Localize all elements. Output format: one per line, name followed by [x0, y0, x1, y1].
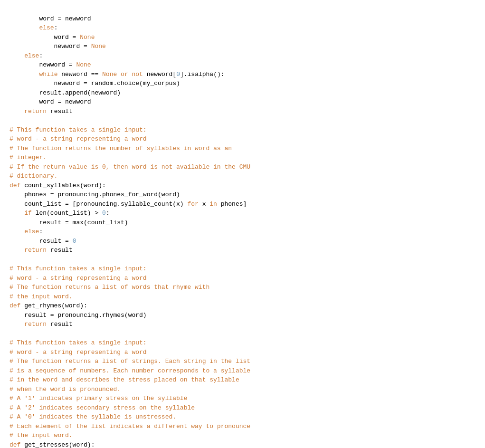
comment-5: # If the return value is 0, then word is… [10, 163, 250, 171]
in-keyword: in [209, 200, 217, 208]
else-keyword: else [39, 24, 54, 31]
comment-13: # The function returns a list of strings… [10, 358, 250, 365]
comment-3: # The function returns the number of syl… [10, 145, 232, 152]
comment-16: # when the word is pronounced. [10, 386, 121, 393]
comment-9: # The function returns a list of words t… [10, 284, 209, 291]
comment-8: # word - a string representing a word [10, 275, 147, 282]
num-0: 0 [176, 71, 180, 78]
while-keyword: while [39, 71, 57, 78]
def-keyword-1: def [10, 182, 20, 189]
comment-7: # This function takes a single input: [10, 265, 147, 272]
else-keyword-3: else [24, 228, 39, 235]
comment-21: # the input word. [10, 432, 73, 439]
def-keyword-3: def [10, 441, 20, 448]
comment-17: # A '1' indicates primary stress on the … [10, 395, 187, 402]
def-keyword-2: def [10, 302, 20, 309]
none-val: None [80, 34, 95, 41]
comment-18: # A '2' indicates secondary stress on th… [10, 404, 195, 411]
code-editor: word = newword else: word = None newword… [10, 5, 475, 448]
if-keyword-1: if [24, 210, 32, 217]
comment-4: # integer. [10, 154, 47, 161]
else-keyword-2: else [24, 52, 39, 59]
comment-19: # A '0' indicates the syllable is unstre… [10, 413, 176, 420]
comment-20: # Each element of the list indicates a d… [10, 423, 250, 430]
return-keyword: return [24, 108, 47, 115]
comment-15: # in the word and describes the stress p… [10, 376, 239, 383]
none-val-4: None [102, 71, 117, 78]
none-val-2: None [91, 43, 106, 50]
comment-1: # This function takes a single input: [10, 126, 147, 133]
not-keyword: not [132, 71, 143, 78]
return-keyword-2: return [24, 247, 47, 254]
comment-11: # This function takes a single input: [10, 339, 147, 346]
return-keyword-3: return [24, 321, 47, 328]
num-0b: 0 [102, 210, 106, 217]
comment-2: # word - a string representing a word [10, 135, 147, 143]
for-keyword: for [187, 200, 198, 208]
num-0c: 0 [73, 238, 76, 245]
or-keyword: or [121, 71, 128, 78]
comment-10: # the input word. [10, 293, 73, 300]
comment-12: # word - a string representing a word [10, 349, 147, 356]
none-val-3: None [76, 61, 91, 68]
comment-6: # dictionary. [10, 172, 57, 180]
comment-14: # is a sequence of numbers. Each number … [10, 367, 250, 374]
